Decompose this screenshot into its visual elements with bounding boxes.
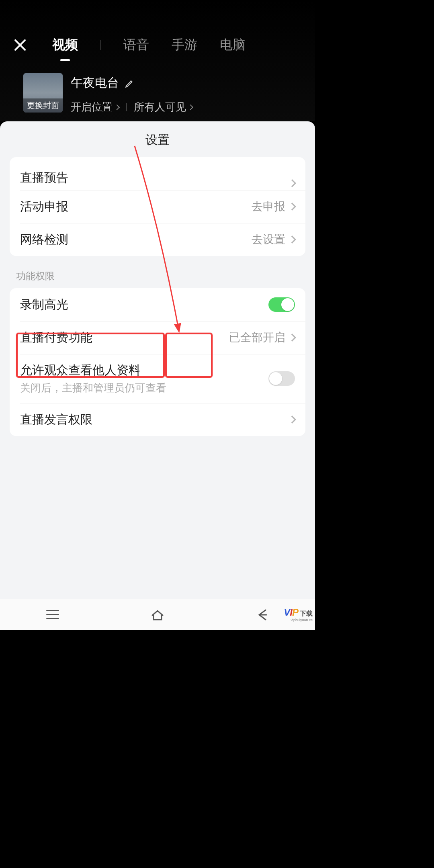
top-bar: 视频 语音 手游 电脑 — [0, 0, 315, 54]
row-speak-permission[interactable]: 直播发言权限 — [10, 403, 305, 436]
row-label: 网络检测 — [20, 231, 252, 248]
visibility-label: 所有人可见 — [134, 100, 186, 114]
nav-back-icon[interactable] — [254, 607, 270, 623]
row-label: 直播预告 — [20, 170, 289, 186]
edit-icon — [125, 78, 135, 88]
tab-pc[interactable]: 电脑 — [220, 36, 246, 54]
row-record-highlight[interactable]: 录制高光 — [10, 288, 305, 321]
row-label: 允许观众查看他人资料 — [20, 362, 268, 379]
location-button[interactable]: 开启位置 — [71, 100, 119, 114]
visibility-button[interactable]: 所有人可见 — [134, 100, 192, 114]
row-live-preview[interactable]: 直播预告 — [10, 157, 305, 190]
tab-divider — [100, 40, 101, 50]
row-activity-report[interactable]: 活动申报 去申报 — [10, 190, 305, 223]
row-label: 活动申报 — [20, 199, 252, 215]
close-icon[interactable] — [12, 37, 28, 53]
settings-scroll[interactable]: 直播预告 活动申报 去申报 网络检测 去设置 功能权限 录制高光 直播付费功能 — [0, 157, 315, 630]
toggle-allow-view-profile[interactable] — [268, 371, 295, 386]
location-label: 开启位置 — [71, 100, 113, 114]
row-value: 去设置 — [252, 232, 285, 247]
settings-group-1: 直播预告 活动申报 去申报 网络检测 去设置 — [10, 157, 305, 256]
section-permissions-title: 功能权限 — [0, 266, 315, 288]
chevron-right-icon — [114, 104, 120, 110]
row-value: 已全部开启 — [229, 330, 285, 345]
chevron-right-icon — [288, 179, 296, 187]
nav-recents-icon[interactable] — [45, 607, 61, 623]
chevron-right-icon — [188, 104, 193, 110]
stream-title: 午夜电台 — [71, 75, 119, 91]
row-label: 录制高光 — [20, 297, 268, 313]
meta-divider — [126, 103, 127, 111]
chevron-right-icon — [288, 235, 296, 244]
stream-type-tabs: 视频 语音 手游 电脑 — [52, 36, 246, 54]
tab-mobile-game[interactable]: 手游 — [172, 36, 197, 54]
dark-header-area: 视频 语音 手游 电脑 更换封面 午夜电台 开启位置 所有人可见 — [0, 0, 315, 121]
chevron-right-icon — [288, 203, 296, 211]
tab-video[interactable]: 视频 — [52, 36, 78, 54]
toggle-record-highlight[interactable] — [268, 297, 295, 312]
row-allow-view-profile[interactable]: 允许观众查看他人资料 关闭后，主播和管理员仍可查看 — [10, 354, 305, 403]
row-label: 直播付费功能 — [20, 330, 229, 346]
row-sublabel: 关闭后，主播和管理员仍可查看 — [20, 381, 268, 395]
sheet-title: 设置 — [0, 121, 315, 157]
nav-home-icon[interactable] — [149, 607, 166, 623]
system-navbar — [0, 599, 315, 630]
stream-title-row[interactable]: 午夜电台 — [71, 75, 303, 91]
settings-group-permissions: 录制高光 直播付费功能 已全部开启 允许观众查看他人资料 关闭后，主播和管理员仍… — [10, 288, 305, 436]
settings-sheet: 设置 直播预告 活动申报 去申报 网络检测 去设置 功能权限 录制高光 — [0, 121, 315, 630]
chevron-right-icon — [288, 334, 296, 342]
row-paid-features[interactable]: 直播付费功能 已全部开启 — [10, 321, 305, 354]
chevron-right-icon — [288, 416, 296, 424]
row-value: 去申报 — [252, 199, 285, 214]
row-label: 直播发言权限 — [20, 411, 289, 428]
row-network-check[interactable]: 网络检测 去设置 — [10, 223, 305, 256]
stream-info: 更换封面 午夜电台 开启位置 所有人可见 — [0, 54, 315, 114]
stream-meta-row: 开启位置 所有人可见 — [71, 100, 303, 114]
cover-change-label: 更换封面 — [23, 98, 63, 113]
tab-voice[interactable]: 语音 — [123, 36, 149, 54]
cover-thumbnail[interactable]: 更换封面 — [23, 73, 63, 113]
